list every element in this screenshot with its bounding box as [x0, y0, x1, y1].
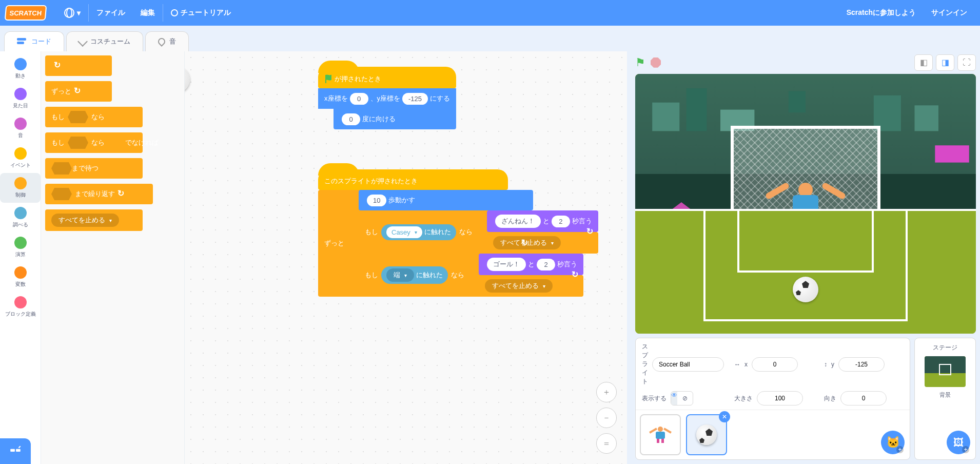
sprite-name-input[interactable] [652, 357, 724, 372]
block-when-sprite-clicked[interactable]: このスプライトが押されたとき [318, 169, 508, 190]
block-say-fail[interactable]: ざんねん！と2秒言う [487, 210, 598, 232]
block-goto-xy[interactable]: x座標を0、y座標を-125にする [318, 88, 456, 109]
category-調べる[interactable]: 調べる [0, 203, 41, 233]
category-label: 変数 [15, 281, 26, 288]
category-音[interactable]: 音 [0, 113, 41, 143]
category-label: 動き [15, 72, 26, 80]
sprite-x-input[interactable] [752, 357, 798, 372]
palette-block-forever[interactable] [45, 55, 112, 76]
tab-costumes[interactable]: コスチューム [66, 31, 143, 51]
category-label: 演算 [15, 251, 26, 258]
category-動き[interactable]: 動き [0, 54, 41, 84]
category-dot-icon [14, 207, 27, 219]
stage-full-button[interactable]: ⛶ [957, 54, 976, 71]
category-dot-icon [14, 147, 27, 160]
stage-thumbnail[interactable] [925, 356, 966, 387]
stage-controls: ⚑ ◧ ◨ ⛶ [631, 51, 980, 74]
goalie-icon [650, 424, 671, 445]
category-dot-icon [14, 88, 27, 100]
tab-sounds[interactable]: 音 [145, 31, 189, 51]
image-icon: 🖼 [953, 437, 964, 449]
backdrop-label: 背景 [939, 391, 951, 399]
workspace[interactable]: が押されたとき x座標を0、y座標を-125にする 0度に向ける このスプライト… [185, 51, 627, 464]
palette-block-stop[interactable]: すべてを止める [45, 209, 143, 231]
palette-block-if[interactable]: もしなら [45, 107, 143, 127]
block-palette[interactable]: ずっと もしなら もしならでなければ まで待つ まで繰り返す すべてを止める [41, 51, 185, 464]
block-stop-all-1[interactable]: すべてを止める [487, 232, 598, 254]
category-label: 制御 [15, 191, 26, 199]
block-move-steps[interactable]: 10歩動かす [359, 190, 533, 210]
category-label: ブロック定義 [5, 311, 36, 318]
category-label: 見た目 [13, 102, 28, 109]
palette-block-forever2[interactable]: ずっと [45, 81, 112, 102]
stage-small-button[interactable]: ◧ [914, 54, 933, 71]
file-menu[interactable]: ファイル [89, 0, 133, 26]
script-stack-2[interactable]: このスプライトが押されたとき ずっと 10歩動かす もし Caseyに触れた な… [318, 169, 508, 297]
sprite-direction-input[interactable] [840, 391, 887, 405]
palette-block-repeat-until[interactable]: まで繰り返す [45, 184, 153, 204]
category-イベント[interactable]: イベント [0, 143, 41, 173]
sprite-item-casey[interactable] [640, 414, 681, 455]
stop-button[interactable] [651, 57, 661, 68]
block-if-casey[interactable]: もし Caseyに触れた なら ざんねん！と2秒言う すべてを止める [359, 210, 533, 254]
category-dot-icon [14, 266, 27, 279]
block-point-direction[interactable]: 0度に向ける [334, 109, 456, 129]
menu-bar: SCRATCH ▾ ファイル 編集 チュートリアル Scratchに参加しよう … [0, 0, 980, 26]
bulb-icon [171, 9, 178, 16]
language-menu[interactable]: ▾ [56, 0, 88, 26]
edit-menu[interactable]: 編集 [133, 0, 163, 26]
sprite-size-input[interactable] [757, 391, 803, 405]
signin-button[interactable]: サインイン [924, 0, 975, 26]
category-変数[interactable]: 変数 [0, 262, 41, 292]
stage-field [635, 209, 976, 334]
category-ブロック定義[interactable]: ブロック定義 [0, 292, 41, 322]
hide-sprite-button[interactable]: ⊘ [677, 392, 693, 405]
block-touching-casey[interactable]: Caseyに触れた [381, 224, 456, 240]
x-icon: ↔ [734, 361, 740, 368]
svg-rect-6 [914, 105, 938, 131]
green-flag-button[interactable]: ⚑ [635, 56, 645, 69]
workspace-controls: ＋ － ＝ [596, 382, 617, 454]
stage-large-button[interactable]: ◨ [936, 54, 954, 71]
block-touching-edge[interactable]: 端に触れた [381, 266, 448, 284]
show-label: 表示する [642, 394, 667, 403]
zoom-in-button[interactable]: ＋ [596, 382, 617, 402]
tab-code[interactable]: コード [4, 31, 64, 51]
stage-selector[interactable]: ステージ 背景 🖼 [914, 338, 976, 460]
palette-block-wait-until[interactable]: まで待つ [45, 158, 143, 179]
show-sprite-button[interactable]: 👁 [671, 392, 677, 405]
code-icon [17, 38, 27, 45]
tab-bar: コード コスチューム 音 [0, 26, 980, 51]
zoom-reset-button[interactable]: ＝ [596, 433, 617, 454]
scratch-logo[interactable]: SCRATCH [5, 5, 47, 21]
add-backdrop-button[interactable]: 🖼 [947, 431, 970, 454]
block-forever[interactable]: ずっと 10歩動かす もし Caseyに触れた なら [318, 190, 508, 297]
script-stack-1[interactable]: が押されたとき x座標を0、y座標を-125にする 0度に向ける [318, 67, 456, 129]
join-button[interactable]: Scratchに参加しよう [839, 0, 924, 26]
svg-rect-7 [789, 91, 806, 112]
delete-sprite-button[interactable]: ✕ [719, 411, 730, 422]
block-say-goal[interactable]: ゴール！と2秒言う [479, 254, 583, 275]
palette-block-if-else[interactable]: もしならでなければ [45, 132, 143, 153]
sprite-y-input[interactable] [838, 357, 885, 372]
extensions-icon [9, 444, 22, 458]
category-見た目[interactable]: 見た目 [0, 84, 41, 113]
brush-icon [77, 36, 88, 47]
block-if-edge[interactable]: もし 端に触れた なら ゴール！と2秒言う すべてを止める [359, 254, 533, 297]
sprite-list: ✕ 🐱 [636, 410, 910, 459]
y-icon: ↕ [824, 361, 827, 368]
sprite-label: スプライト [642, 342, 648, 386]
category-dot-icon [14, 177, 27, 189]
soccer-ball-sprite[interactable] [793, 277, 818, 302]
category-演算[interactable]: 演算 [0, 233, 41, 262]
category-制御[interactable]: 制御 [0, 173, 41, 203]
cat-icon: 🐱 [886, 436, 900, 449]
tutorials-button[interactable]: チュートリアル [163, 0, 239, 26]
block-when-flag-clicked[interactable]: が押されたとき [318, 67, 456, 88]
sprite-item-soccer-ball[interactable]: ✕ [686, 414, 727, 455]
add-sprite-button[interactable]: 🐱 [881, 431, 905, 454]
stage[interactable] [635, 74, 976, 334]
zoom-out-button[interactable]: － [596, 408, 617, 428]
extensions-button[interactable] [0, 438, 31, 464]
block-stop-all-2[interactable]: すべてを止める [479, 275, 583, 297]
